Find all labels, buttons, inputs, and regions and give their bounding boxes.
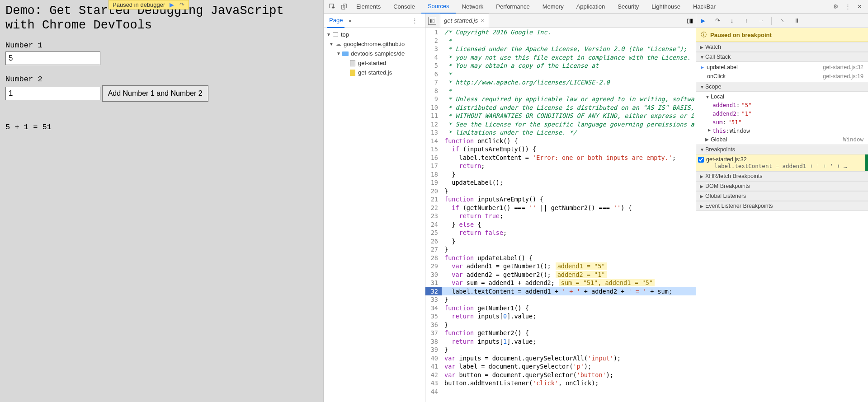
step-over-icon[interactable]: ↷ bbox=[179, 2, 185, 8]
editor-tabs: ▮▯ get-started.js × ▯▮ bbox=[425, 14, 696, 28]
navigator-tabs: Page » ⋮ bbox=[324, 14, 425, 28]
more-icon[interactable]: ⋮ bbox=[842, 1, 854, 13]
toggle-debugger-icon[interactable]: ▯▮ bbox=[687, 17, 693, 24]
num2-input[interactable] bbox=[5, 87, 100, 100]
tab-memory[interactable]: Memory bbox=[536, 0, 570, 14]
svg-rect-1 bbox=[342, 5, 345, 9]
watch-section[interactable]: ▶Watch bbox=[696, 42, 868, 52]
code-editor[interactable]: 1/* Copyright 2016 Google Inc.2 *3 * Lic… bbox=[425, 28, 696, 402]
num2-label: Number 2 bbox=[5, 75, 318, 84]
tree-top[interactable]: ▼top bbox=[324, 30, 425, 39]
add-button[interactable]: Add Number 1 and Number 2 bbox=[102, 85, 208, 102]
tab-sources[interactable]: Sources bbox=[421, 0, 456, 14]
event-listener-bp-section[interactable]: ▶Event Listener Breakpoints bbox=[696, 201, 868, 211]
step-button[interactable]: → bbox=[757, 17, 765, 25]
pause-exceptions-button[interactable]: ⏸ bbox=[793, 17, 801, 25]
num1-label: Number 1 bbox=[5, 41, 318, 50]
nav-menu-icon[interactable]: ⋮ bbox=[412, 17, 418, 24]
tab-console[interactable]: Console bbox=[387, 0, 421, 14]
tab-hackbar[interactable]: HackBar bbox=[687, 0, 722, 14]
step-out-button[interactable]: ↑ bbox=[742, 17, 750, 25]
devtools-panel: Elements Console Sources Network Perform… bbox=[323, 0, 868, 402]
callstack-body: updateLabelget-started.js:32 onClickget-… bbox=[696, 62, 868, 82]
scope-var-2: sum:"51" bbox=[696, 118, 868, 126]
breakpoint-checkbox[interactable] bbox=[698, 157, 704, 163]
tree-file-js[interactable]: get-started.js bbox=[324, 68, 425, 77]
scope-this[interactable]: ▶this: Window bbox=[696, 126, 868, 135]
breakpoints-section[interactable]: ▼Breakpoints bbox=[696, 145, 868, 154]
tree-folder[interactable]: ▼devtools-samples/de bbox=[324, 49, 425, 58]
scope-section[interactable]: ▼Scope bbox=[696, 82, 868, 92]
device-icon[interactable] bbox=[338, 1, 350, 13]
tab-security[interactable]: Security bbox=[611, 0, 645, 14]
step-over-button[interactable]: ↷ bbox=[713, 17, 722, 25]
tab-elements[interactable]: Elements bbox=[350, 0, 387, 14]
tab-application[interactable]: Application bbox=[570, 0, 612, 14]
close-tab-icon[interactable]: × bbox=[481, 17, 484, 24]
paused-message: ⓘ Paused on breakpoint bbox=[696, 28, 868, 42]
scope-var-1: addend2:"1" bbox=[696, 109, 868, 118]
callstack-section[interactable]: ▼Call Stack bbox=[696, 52, 868, 62]
breakpoint-marker bbox=[865, 154, 868, 171]
nav-more-tabs-icon[interactable]: » bbox=[348, 17, 351, 24]
global-listeners-section[interactable]: ▶Global Listeners bbox=[696, 191, 868, 201]
dom-bp-section[interactable]: ▶DOM Breakpoints bbox=[696, 181, 868, 191]
toggle-navigator-icon[interactable]: ▮▯ bbox=[428, 17, 436, 25]
step-into-button[interactable]: ↓ bbox=[728, 17, 736, 25]
deactivate-bp-button[interactable]: ⟍ bbox=[778, 17, 786, 25]
resume-button[interactable]: ▶ bbox=[699, 17, 707, 25]
close-icon[interactable]: ✕ bbox=[854, 1, 865, 13]
devtools-tabbar: Elements Console Sources Network Perform… bbox=[324, 0, 868, 14]
scope-body: ▼Local addend1:"5" addend2:"1" sum:"51" … bbox=[696, 92, 868, 145]
editor-pane: ▮▯ get-started.js × ▯▮ 1/* Copyright 201… bbox=[425, 14, 696, 402]
scope-global[interactable]: ▶GlobalWindow bbox=[696, 135, 868, 144]
tab-network[interactable]: Network bbox=[456, 0, 490, 14]
settings-icon[interactable]: ⚙ bbox=[830, 1, 842, 13]
scope-var-0: addend1:"5" bbox=[696, 101, 868, 109]
scope-local[interactable]: ▼Local bbox=[696, 93, 868, 101]
tree-file-html[interactable]: get-started bbox=[324, 58, 425, 68]
tree-origin[interactable]: ▼☁googlechrome.github.io bbox=[324, 39, 425, 49]
file-tree: ▼top ▼☁googlechrome.github.io ▼devtools-… bbox=[324, 28, 425, 402]
stack-frame-0[interactable]: updateLabelget-started.js:32 bbox=[696, 63, 868, 72]
demo-page: Paused in debugger ▶ ↷ Demo: Get Started… bbox=[0, 0, 323, 402]
debugger-toolbar: ▶ ↷ ↓ ↑ → ⟍ ⏸ bbox=[696, 14, 868, 28]
file-tab[interactable]: get-started.js × bbox=[440, 14, 489, 28]
debugger-pane: ▶ ↷ ↓ ↑ → ⟍ ⏸ ⓘ Paused on breakpoint ▶Wa… bbox=[696, 14, 868, 402]
tab-lighthouse[interactable]: Lighthouse bbox=[645, 0, 687, 14]
inspect-icon[interactable] bbox=[326, 1, 338, 13]
xhr-bp-section[interactable]: ▶XHR/fetch Breakpoints bbox=[696, 171, 868, 181]
breakpoint-row[interactable]: get-started.js:32 label.textContent = ad… bbox=[696, 154, 868, 171]
nav-tab-page[interactable]: Page bbox=[327, 14, 344, 28]
file-tab-label: get-started.js bbox=[444, 17, 478, 24]
tab-performance[interactable]: Performance bbox=[490, 0, 536, 14]
paused-overlay: Paused in debugger ▶ ↷ bbox=[108, 0, 189, 9]
num1-input[interactable] bbox=[5, 51, 100, 65]
navigator-pane: Page » ⋮ ▼top ▼☁googlechrome.github.io ▼… bbox=[324, 14, 425, 402]
resume-icon[interactable]: ▶ bbox=[169, 2, 175, 8]
result-text: 5 + 1 = 51 bbox=[5, 123, 318, 131]
paused-overlay-text: Paused in debugger bbox=[113, 1, 165, 8]
info-icon: ⓘ bbox=[701, 31, 707, 39]
stack-frame-1[interactable]: onClickget-started.js:19 bbox=[696, 72, 868, 81]
